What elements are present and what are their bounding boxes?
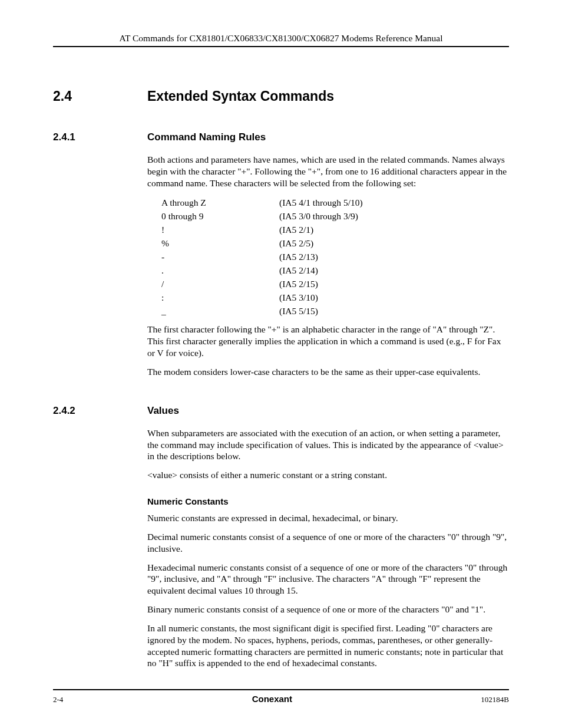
sub-subheading: Numeric Constants <box>147 496 509 506</box>
paragraph: <value> consists of either a numeric con… <box>147 469 509 481</box>
paragraph: Hexadecimal numeric constants consist of… <box>147 562 509 597</box>
paragraph: Binary numeric constants consist of a se… <box>147 604 509 615</box>
subsection-title: Command Naming Rules <box>147 131 266 143</box>
table-row: /(IA5 2/15) <box>161 277 363 291</box>
paragraph: In all numeric constants, the most signi… <box>147 622 509 669</box>
table-row: %(IA5 2/5) <box>161 236 363 250</box>
character-set-table: A through Z(IA5 4/1 through 5/10) 0 thro… <box>161 196 363 318</box>
paragraph: The first character following the "+" is… <box>147 324 509 358</box>
footer-page-number: 2-4 <box>53 695 63 704</box>
section-title: Extended Syntax Commands <box>147 88 334 104</box>
ia5-cell: (IA5 2/1) <box>279 223 363 236</box>
char-cell: ! <box>161 223 279 236</box>
page-footer: 2-4 Conexant 102184B <box>53 689 509 704</box>
ia5-cell: (IA5 2/14) <box>279 263 363 277</box>
subsection-heading: 2.4.2 Values <box>53 405 509 417</box>
ia5-cell: (IA5 2/15) <box>279 277 363 291</box>
subsection-number: 2.4.1 <box>53 131 147 143</box>
char-cell: - <box>161 250 279 263</box>
section-heading: 2.4 Extended Syntax Commands <box>53 88 509 104</box>
paragraph: Both actions and parameters have names, … <box>147 154 509 189</box>
page: AT Commands for CX81801/CX06833/CX81300/… <box>0 0 562 728</box>
body-block: Both actions and parameters have names, … <box>147 154 509 378</box>
char-cell: _ <box>161 304 279 318</box>
subsection-number: 2.4.2 <box>53 405 147 417</box>
table-row: _(IA5 5/15) <box>161 304 363 318</box>
table-row: :(IA5 3/10) <box>161 291 363 304</box>
table-row: .(IA5 2/14) <box>161 263 363 277</box>
paragraph: Numeric constants are expressed in decim… <box>147 512 509 524</box>
section-number: 2.4 <box>53 88 147 104</box>
ia5-cell: (IA5 5/15) <box>279 304 363 318</box>
ia5-cell: (IA5 3/10) <box>279 291 363 304</box>
ia5-cell: (IA5 3/0 through 3/9) <box>279 209 363 223</box>
footer-doc-id: 102184B <box>481 695 509 704</box>
table-row: !(IA5 2/1) <box>161 223 363 236</box>
char-cell: : <box>161 291 279 304</box>
char-cell: % <box>161 236 279 250</box>
paragraph: The modem considers lower-case character… <box>147 366 509 378</box>
char-cell: . <box>161 263 279 277</box>
table-row: 0 through 9(IA5 3/0 through 3/9) <box>161 209 363 223</box>
ia5-cell: (IA5 2/5) <box>279 236 363 250</box>
footer-line: 2-4 Conexant 102184B <box>53 689 509 704</box>
table-row: -(IA5 2/13) <box>161 250 363 263</box>
paragraph: Decimal numeric constants consist of a s… <box>147 531 509 555</box>
table-row: A through Z(IA5 4/1 through 5/10) <box>161 196 363 209</box>
ia5-cell: (IA5 4/1 through 5/10) <box>279 196 363 209</box>
subsection-heading: 2.4.1 Command Naming Rules <box>53 131 509 143</box>
subsection-title: Values <box>147 405 179 417</box>
paragraph: When subparameters are associated with t… <box>147 427 509 462</box>
body-block: When subparameters are associated with t… <box>147 427 509 669</box>
ia5-cell: (IA5 2/13) <box>279 250 363 263</box>
page-header: AT Commands for CX81801/CX06833/CX81300/… <box>53 33 509 47</box>
char-cell: / <box>161 277 279 291</box>
footer-brand: Conexant <box>252 694 292 704</box>
char-cell: 0 through 9 <box>161 209 279 223</box>
char-cell: A through Z <box>161 196 279 209</box>
